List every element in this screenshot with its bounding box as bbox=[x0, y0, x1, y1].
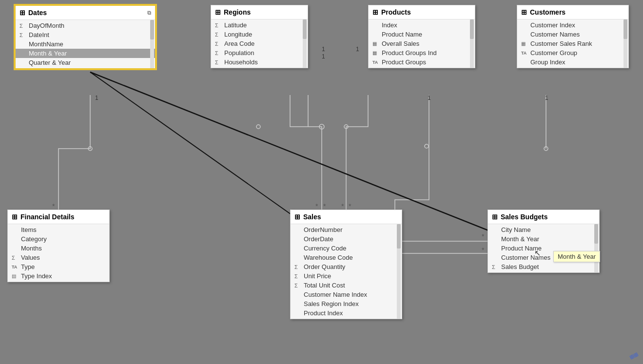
svg-point-15 bbox=[256, 125, 260, 129]
sigma-icon: Σ bbox=[19, 23, 26, 29]
financial-details-header: ⊞ Financial Details bbox=[8, 210, 109, 224]
products-table-body: Index Product Name ▦ Overall Sales ▦ Pro… bbox=[369, 19, 475, 68]
field-monthname[interactable]: MonthName bbox=[16, 39, 155, 49]
field-area-code[interactable]: Σ Area Code bbox=[211, 39, 308, 48]
field-values[interactable]: Σ Values bbox=[8, 253, 109, 262]
sales-budgets-header: ⊞ Sales Budgets bbox=[488, 210, 599, 224]
field-customer-name-index[interactable]: Customer Name Index bbox=[291, 290, 402, 299]
table-icon-financial: ⊞ bbox=[12, 213, 18, 221]
field-dateint[interactable]: Σ DateInt bbox=[16, 30, 155, 39]
dates-table[interactable]: ⊞ Dates ⧉ Σ DayOfMonth Σ DateInt MonthNa… bbox=[15, 5, 156, 69]
watermark: ⊞⊞ bbox=[628, 351, 639, 361]
field-dayofmonth[interactable]: Σ DayOfMonth bbox=[16, 21, 155, 30]
sales-table-body: OrderNumber OrderDate Currency Code Ware… bbox=[291, 224, 402, 319]
products-table-header: ⊞ Products bbox=[369, 5, 475, 19]
field-order-quantity[interactable]: Σ Order Quantity bbox=[291, 262, 402, 271]
field-customer-names[interactable]: Customer Names bbox=[517, 30, 628, 39]
field-customer-sales-rank[interactable]: ▦ Customer Sales Rank bbox=[517, 39, 628, 48]
svg-text:1: 1 bbox=[322, 46, 325, 53]
svg-text:*: * bbox=[323, 202, 326, 210]
svg-text:*: * bbox=[482, 232, 485, 240]
regions-table-title: Regions bbox=[224, 8, 251, 16]
regions-table-header: ⊞ Regions bbox=[211, 5, 308, 19]
table-icon-customers: ⊞ bbox=[521, 8, 527, 16]
field-type[interactable]: TA Type bbox=[8, 262, 109, 271]
svg-point-18 bbox=[425, 144, 429, 148]
svg-point-19 bbox=[544, 147, 548, 151]
customers-table[interactable]: ⊞ Customers Customer Index Customer Name… bbox=[517, 5, 629, 68]
svg-text:*: * bbox=[341, 202, 344, 210]
field-product-index[interactable]: Product Index bbox=[291, 308, 402, 318]
regions-table-body: Σ Latitude Σ Longitude Σ Area Code Σ Pop… bbox=[211, 19, 308, 68]
dates-table-title: Dates bbox=[28, 9, 47, 17]
customers-table-title: Customers bbox=[530, 8, 565, 16]
dates-expand-icon[interactable]: ⧉ bbox=[147, 10, 151, 16]
customers-table-body: Customer Index Customer Names ▦ Customer… bbox=[517, 19, 628, 68]
products-table[interactable]: ⊞ Products Index Product Name ▦ Overall … bbox=[368, 5, 475, 68]
field-customer-index[interactable]: Customer Index bbox=[517, 20, 628, 30]
svg-text:*: * bbox=[482, 246, 485, 254]
field-overall-sales[interactable]: ▦ Overall Sales bbox=[369, 39, 475, 48]
sales-budgets-table[interactable]: ⊞ Sales Budgets City Name Month & Year P… bbox=[487, 210, 600, 273]
financial-details-body: Items Category Months Σ Values TA Type ▤… bbox=[8, 224, 109, 282]
sales-table[interactable]: ⊞ Sales OrderNumber OrderDate Currency C… bbox=[290, 210, 402, 319]
field-total-unit-cost[interactable]: Σ Total Unit Cost bbox=[291, 281, 402, 290]
sales-table-title: Sales bbox=[303, 213, 321, 221]
field-sales-budget[interactable]: Σ Sales Budget bbox=[488, 262, 599, 271]
svg-point-17 bbox=[344, 125, 348, 129]
svg-point-16 bbox=[319, 124, 324, 129]
table-icon-sales: ⊞ bbox=[294, 213, 300, 221]
field-customer-group[interactable]: TA Customer Group bbox=[517, 48, 628, 57]
field-city-name[interactable]: City Name bbox=[488, 225, 599, 234]
sigma-icon: Σ bbox=[19, 32, 26, 38]
field-items[interactable]: Items bbox=[8, 225, 109, 234]
financial-details-title: Financial Details bbox=[20, 213, 74, 221]
field-longitude[interactable]: Σ Longitude bbox=[211, 30, 308, 39]
field-warehouse-code[interactable]: Warehouse Code bbox=[291, 253, 402, 262]
field-month-year-budgets[interactable]: Month & Year bbox=[488, 234, 599, 244]
field-type-index[interactable]: ▤ Type Index bbox=[8, 271, 109, 281]
sales-budgets-body: City Name Month & Year Product Name Cust… bbox=[488, 224, 599, 272]
field-order-number[interactable]: OrderNumber bbox=[291, 225, 402, 234]
svg-text:*: * bbox=[52, 202, 55, 210]
field-months[interactable]: Months bbox=[8, 244, 109, 253]
field-product-name[interactable]: Product Name bbox=[369, 30, 475, 39]
products-table-title: Products bbox=[381, 8, 411, 16]
cursor: ↖ bbox=[534, 249, 541, 258]
table-icon-regions: ⊞ bbox=[215, 8, 221, 16]
table-icon-dates: ⊞ bbox=[19, 9, 25, 17]
sales-table-header: ⊞ Sales bbox=[291, 210, 402, 224]
field-product-groups[interactable]: TA Product Groups bbox=[369, 57, 475, 67]
field-index[interactable]: Index bbox=[369, 20, 475, 30]
field-currency-code[interactable]: Currency Code bbox=[291, 244, 402, 253]
regions-table[interactable]: ⊞ Regions Σ Latitude Σ Longitude Σ Area … bbox=[211, 5, 308, 68]
field-unit-price[interactable]: Σ Unit Price bbox=[291, 271, 402, 281]
field-category[interactable]: Category bbox=[8, 234, 109, 244]
customers-table-header: ⊞ Customers bbox=[517, 5, 628, 19]
field-sales-region-index[interactable]: Sales Region Index bbox=[291, 299, 402, 308]
svg-text:1: 1 bbox=[322, 53, 325, 60]
sales-budgets-title: Sales Budgets bbox=[501, 213, 547, 221]
field-latitude[interactable]: Σ Latitude bbox=[211, 20, 308, 30]
field-quarter-year[interactable]: Quarter & Year bbox=[16, 58, 155, 67]
financial-details-table[interactable]: ⊞ Financial Details Items Category Month… bbox=[7, 210, 110, 282]
field-order-date[interactable]: OrderDate bbox=[291, 234, 402, 244]
field-households[interactable]: Σ Households bbox=[211, 57, 308, 67]
svg-text:1: 1 bbox=[95, 95, 98, 101]
field-product-groups-ind[interactable]: ▦ Product Groups Ind bbox=[369, 48, 475, 57]
table-icon-products: ⊞ bbox=[372, 8, 378, 16]
svg-text:1: 1 bbox=[428, 95, 431, 101]
dates-table-body: Σ DayOfMonth Σ DateInt MonthName Month &… bbox=[16, 20, 155, 68]
field-month-year[interactable]: Month & Year bbox=[16, 49, 155, 58]
svg-text:1: 1 bbox=[356, 46, 359, 53]
field-population[interactable]: Σ Population bbox=[211, 48, 308, 57]
table-icon-sales-budgets: ⊞ bbox=[492, 213, 498, 221]
svg-text:*: * bbox=[315, 202, 318, 210]
svg-text:*: * bbox=[349, 202, 351, 210]
month-year-tooltip: Month & Year bbox=[553, 251, 600, 262]
svg-text:1: 1 bbox=[545, 95, 548, 101]
field-group-index[interactable]: Group Index bbox=[517, 57, 628, 67]
svg-point-14 bbox=[88, 147, 92, 151]
dates-table-header: ⊞ Dates ⧉ bbox=[16, 6, 155, 20]
